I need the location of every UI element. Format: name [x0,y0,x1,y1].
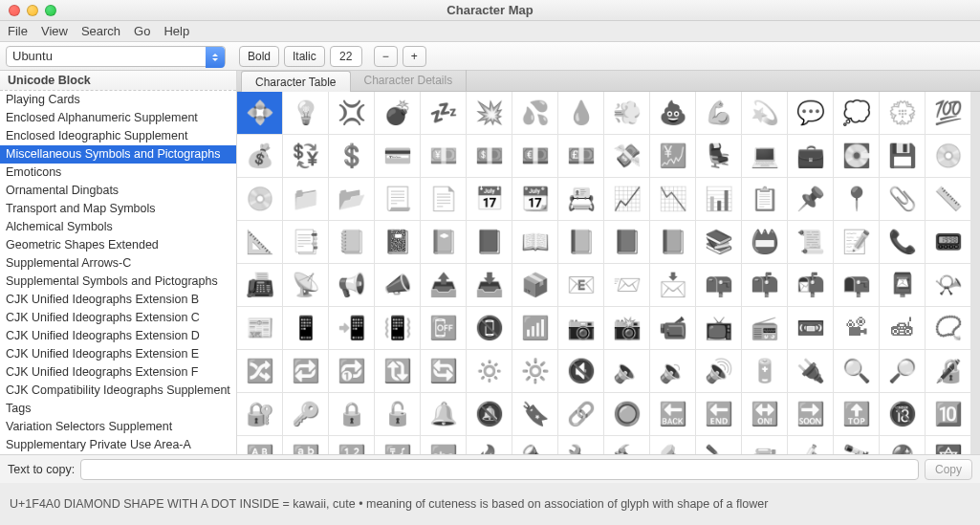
sidebar-item[interactable]: CJK Unified Ideographs Extension E [0,345,236,363]
character-cell[interactable]: 💿 [926,135,970,177]
character-cell[interactable]: 💮 [880,92,925,134]
character-cell[interactable]: 📼 [788,307,833,349]
character-cell[interactable]: 💪 [696,92,741,134]
sidebar-item[interactable]: CJK Unified Ideographs Extension F [0,363,236,382]
character-cell[interactable]: 🔍 [834,350,879,392]
character-cell[interactable]: 💡 [283,92,328,134]
size-increase-button[interactable]: + [403,46,426,67]
sidebar-item[interactable]: CJK Unified Ideographs Extension B [0,291,236,309]
character-cell[interactable]: 💫 [742,92,787,134]
character-cell[interactable]: 📺 [696,307,741,349]
sidebar-item[interactable]: CJK Unified Ideographs Extension D [0,327,236,345]
character-cell[interactable]: 💭 [834,92,879,134]
character-cell[interactable]: 💬 [788,92,833,134]
character-cell[interactable]: 🔊 [696,350,741,392]
menu-view[interactable]: View [41,24,68,38]
character-cell[interactable]: 📹 [650,307,695,349]
character-cell[interactable]: 💽 [834,135,879,177]
character-cell[interactable]: 🔛 [742,393,787,435]
character-cell[interactable]: 📩 [650,264,695,306]
sidebar-item[interactable]: Tags [0,400,236,418]
character-cell[interactable]: 📟 [926,221,970,263]
character-cell[interactable]: 🔌 [788,350,833,392]
character-cell[interactable]: 📍 [834,178,879,220]
bold-button[interactable]: Bold [239,46,279,67]
character-cell[interactable]: 💾 [880,135,925,177]
character-cell[interactable]: 🔦 [512,436,557,454]
character-cell[interactable]: 📀 [237,178,282,220]
sidebar-item[interactable]: Alchemical Symbols [0,218,236,236]
character-cell[interactable]: 🔄 [421,350,466,392]
character-cell[interactable]: 💹 [650,135,695,177]
character-cell[interactable]: 💱 [283,135,328,177]
character-cell[interactable]: 📛 [742,221,787,263]
character-cell[interactable]: 🔏 [926,350,970,392]
character-cell[interactable]: 📞 [880,221,925,263]
character-cell[interactable]: 💨 [604,92,649,134]
character-cell[interactable]: 💢 [329,92,374,134]
character-cell[interactable]: 💠 [237,92,282,134]
character-cell[interactable]: 📆 [512,178,557,220]
character-grid-wrapper[interactable]: 💠💡💢💣💤💥💦💧💨💩💪💫💬💭💮💯💰💱💲💳💴💵💶💷💸💹💺💻💼💽💾💿📀📁📂📃📄📅📆📇… [237,92,980,454]
character-cell[interactable]: 📭 [834,264,879,306]
character-cell[interactable]: 📷 [558,307,603,349]
character-cell[interactable]: 📐 [237,221,282,263]
character-cell[interactable]: 🔀 [237,350,282,392]
menu-help[interactable]: Help [163,24,189,38]
character-cell[interactable]: 🔞 [880,393,925,435]
character-cell[interactable]: 🔈 [604,350,649,392]
character-cell[interactable]: 🔟 [926,393,970,435]
character-cell[interactable]: 📾 [880,307,925,349]
character-cell[interactable]: 📏 [926,178,970,220]
character-cell[interactable]: 💦 [512,92,557,134]
character-cell[interactable]: 📎 [880,178,925,220]
character-cell[interactable]: 📓 [375,221,420,263]
sidebar-item[interactable]: Enclosed Alphanumeric Supplement [0,109,236,127]
character-cell[interactable]: 📲 [329,307,374,349]
character-cell[interactable]: 🔬 [788,436,833,454]
character-cell[interactable]: 📨 [604,264,649,306]
character-cell[interactable]: 🔣 [375,436,420,454]
character-cell[interactable]: 🔑 [283,393,328,435]
character-cell[interactable]: 📉 [650,178,695,220]
copy-button[interactable]: Copy [925,459,972,480]
italic-button[interactable]: Italic [284,46,325,67]
character-cell[interactable]: 🔠 [237,436,282,454]
character-cell[interactable]: 📯 [926,264,970,306]
character-cell[interactable]: 🔯 [926,436,970,454]
character-cell[interactable]: 📿 [926,307,970,349]
character-cell[interactable]: 📽 [834,307,879,349]
character-cell[interactable]: 📸 [604,307,649,349]
character-cell[interactable]: 📤 [421,264,466,306]
character-cell[interactable]: 📊 [696,178,741,220]
character-cell[interactable]: 🔓 [375,393,420,435]
character-cell[interactable]: 📘 [604,221,649,263]
character-cell[interactable]: 🔫 [742,436,787,454]
character-cell[interactable]: 🔃 [375,350,420,392]
sidebar-item[interactable]: Variation Selectors Supplement [0,418,236,436]
sidebar-item[interactable]: Emoticons [0,164,236,182]
character-cell[interactable]: 💧 [558,92,603,134]
character-cell[interactable]: 📱 [283,307,328,349]
character-cell[interactable]: 💰 [237,135,282,177]
character-cell[interactable]: 📜 [788,221,833,263]
font-select[interactable]: Ubuntu [6,46,226,67]
character-cell[interactable]: 💸 [604,135,649,177]
character-cell[interactable]: 📴 [421,307,466,349]
character-cell[interactable]: 🔙 [650,393,695,435]
text-to-copy-input[interactable] [80,459,919,480]
menu-search[interactable]: Search [81,24,120,38]
character-cell[interactable]: 📌 [788,178,833,220]
character-cell[interactable]: 📰 [237,307,282,349]
character-cell[interactable]: 💤 [421,92,466,134]
character-cell[interactable]: 🔘 [604,393,649,435]
character-cell[interactable]: 📥 [467,264,512,306]
character-cell[interactable]: 💩 [650,92,695,134]
character-cell[interactable]: 📕 [467,221,512,263]
character-cell[interactable]: 🔇 [558,350,603,392]
character-cell[interactable]: 📡 [283,264,328,306]
character-cell[interactable]: 📳 [375,307,420,349]
sidebar-item[interactable]: Playing Cards [0,91,236,109]
character-cell[interactable]: 📂 [329,178,374,220]
character-cell[interactable]: 🔆 [512,350,557,392]
